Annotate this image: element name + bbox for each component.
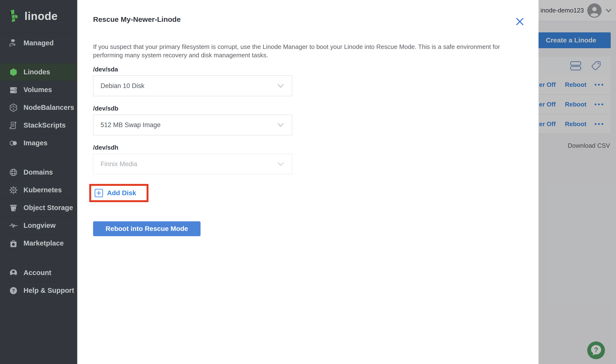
field-label: /dev/sdh [93, 144, 538, 151]
sidebar-item-longview[interactable]: Longview [0, 217, 77, 234]
marketplace-icon [9, 239, 18, 248]
sdh-select: Finnix Media [93, 154, 292, 174]
close-icon[interactable] [514, 16, 525, 27]
sdb-select-value: 512 MB Swap Image [101, 121, 161, 129]
drawer-title: Rescue My-Newer-Linode [93, 15, 538, 24]
sidebar-item-domains[interactable]: Domains [0, 163, 77, 181]
rescue-drawer: Rescue My-Newer-Linode If you suspect th… [77, 0, 538, 364]
chevron-down-icon [276, 82, 285, 90]
sidebar-item-volumes[interactable]: Volumes [0, 81, 77, 99]
linode-logo-icon [7, 9, 20, 23]
power-off-link[interactable]: er Off [539, 101, 556, 108]
sdh-select-value: Finnix Media [101, 160, 137, 168]
sidebar-divider [0, 152, 77, 163]
more-actions-icon[interactable]: ••• [594, 81, 604, 89]
sidebar-divider [0, 252, 77, 264]
add-disk-button[interactable]: Add Disk [91, 186, 146, 200]
reboot-into-rescue-mode-button[interactable]: Reboot into Rescue Mode [93, 221, 200, 236]
background-page: inode-demo123 Create a Linode er Off Reb… [538, 0, 616, 364]
nodebalancers-icon [9, 103, 18, 112]
images-icon [9, 138, 18, 148]
object-storage-icon [9, 203, 18, 213]
sidebar-item-label: Marketplace [24, 239, 64, 247]
chevron-down-icon[interactable] [605, 7, 612, 14]
managed-icon [9, 38, 18, 48]
help-icon: ? [9, 286, 18, 295]
help-bubble-button[interactable]: ? [587, 341, 605, 359]
longview-icon [9, 221, 18, 230]
svg-text:?: ? [594, 346, 598, 354]
sdb-select[interactable]: 512 MB Swap Image [93, 115, 292, 135]
power-off-link[interactable]: er Off [539, 120, 556, 128]
field-label: /dev/sda [93, 66, 538, 73]
tag-group-icon[interactable] [590, 60, 601, 71]
more-actions-icon[interactable]: ••• [594, 120, 604, 128]
account-icon [9, 268, 18, 278]
sidebar-item-label: Help & Support [24, 286, 74, 294]
volumes-icon [9, 85, 18, 95]
linodes-icon [9, 67, 18, 77]
svg-text:?: ? [12, 288, 15, 293]
sidebar-item-label: Object Storage [24, 204, 73, 212]
sidebar-item-nodebalancers[interactable]: NodeBalancers [0, 99, 77, 116]
power-off-link[interactable]: er Off [539, 81, 556, 89]
sidebar-item-object-storage[interactable]: Object Storage [0, 199, 77, 217]
add-disk-label: Add Disk [107, 189, 136, 197]
username-label[interactable]: inode-demo123 [540, 7, 584, 14]
sidebar-item-linodes[interactable]: Linodes [0, 63, 77, 81]
linode-row: er Off Reboot ••• [538, 75, 611, 95]
sidebar-item-label: Kubernetes [24, 186, 62, 194]
sidebar-item-help-support[interactable]: ? Help & Support [0, 282, 77, 299]
linode-row: er Off Reboot ••• [538, 95, 611, 114]
chevron-down-icon [276, 160, 285, 168]
sidebar-item-label: Longview [24, 221, 56, 230]
sidebar-item-label: NodeBalancers [24, 104, 74, 112]
avatar[interactable] [587, 3, 602, 18]
field-dev-sdh: /dev/sdh Finnix Media [93, 144, 538, 174]
sda-select-value: Debian 10 Disk [101, 82, 144, 90]
sidebar-item-label: Account [24, 269, 51, 277]
chevron-down-icon [276, 121, 285, 129]
sidebar-item-kubernetes[interactable]: Kubernetes [0, 181, 77, 199]
reboot-link[interactable]: Reboot [565, 101, 587, 108]
sidebar-item-label: Managed [24, 39, 54, 47]
more-actions-icon[interactable]: ••• [594, 101, 604, 108]
field-dev-sdb: /dev/sdb 512 MB Swap Image [93, 105, 538, 135]
sidebar-item-stackscripts[interactable]: StackScripts [0, 116, 77, 134]
drawer-description: If you suspect that your primary filesys… [93, 43, 523, 59]
sidebar-item-label: StackScripts [24, 121, 66, 129]
sidebar-item-label: Domains [24, 168, 53, 176]
logo-wordmark: linode [25, 10, 58, 23]
domains-icon [9, 168, 18, 177]
reboot-link[interactable]: Reboot [565, 120, 587, 128]
reboot-link[interactable]: Reboot [565, 81, 587, 89]
download-csv-link[interactable]: Download CSV [568, 142, 610, 149]
summary-view-icon[interactable] [570, 61, 581, 71]
sidebar-item-label: Images [24, 139, 48, 147]
create-a-linode-button[interactable]: Create a Linode [531, 32, 611, 48]
topbar: inode-demo123 [538, 0, 616, 21]
sidebar-item-images[interactable]: Images [0, 134, 77, 152]
annotation-highlight-box: Add Disk [89, 184, 148, 202]
sidebar-divider [0, 52, 77, 63]
sidebar-item-account[interactable]: Account [0, 264, 77, 282]
sda-select[interactable]: Debian 10 Disk [93, 76, 292, 96]
kubernetes-icon [9, 185, 18, 195]
plus-square-icon [94, 189, 103, 197]
sidebar-item-label: Linodes [24, 68, 50, 76]
sidebar-item-managed[interactable]: Managed [0, 34, 77, 52]
field-dev-sda: /dev/sda Debian 10 Disk [93, 66, 538, 96]
linode-row: er Off Reboot ••• [538, 114, 611, 134]
field-label: /dev/sdb [93, 105, 538, 112]
sidebar-item-marketplace[interactable]: Marketplace [0, 234, 77, 252]
stackscripts-icon [9, 121, 18, 130]
linode-logo[interactable]: linode [0, 0, 77, 32]
sidebar-item-label: Volumes [24, 86, 52, 94]
linodes-table-header [538, 57, 611, 75]
sidebar: linode Managed Linodes [0, 0, 77, 364]
